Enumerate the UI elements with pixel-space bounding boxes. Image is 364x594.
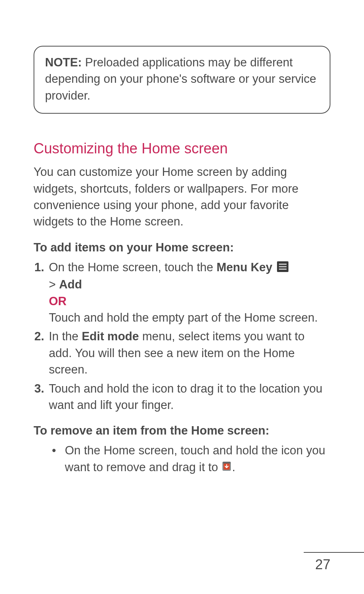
step-number: 1. [34,259,44,275]
note-callout: NOTE: Preloaded applications may be diff… [34,46,330,114]
step-1: 1. On the Home screen, touch the Menu Ke… [34,259,330,326]
step-3-text: Touch and hold the icon to drag it to th… [49,382,322,412]
step-2: 2. In the Edit mode menu, select items y… [34,328,330,378]
bullet-post: . [232,460,235,474]
menu-key-icon [277,260,288,276]
bullet-pre: On the Home screen, touch and hold the i… [65,444,325,473]
step-1-text-pre: On the Home screen, touch the [49,261,216,274]
remove-bullet-list: • On the Home screen, touch and hold the… [34,442,330,476]
steps-list: 1. On the Home screen, touch the Menu Ke… [34,259,330,414]
remove-bullet: • On the Home screen, touch and hold the… [52,442,330,476]
svg-rect-6 [223,462,230,464]
step-1-gt: > [49,278,59,291]
svg-rect-2 [279,266,287,267]
edit-mode-label: Edit mode [82,330,139,343]
section-heading: Customizing the Home screen [34,140,330,157]
intro-paragraph: You can customize your Home screen by ad… [34,164,330,230]
menu-key-label: Menu Key [216,261,272,274]
bullet-dot: • [52,442,56,459]
step-number: 3. [34,380,44,397]
page-footer-line [304,552,364,553]
svg-rect-1 [279,264,287,265]
add-label: Add [59,278,82,291]
page-number: 27 [315,557,330,573]
note-text: NOTE: Preloaded applications may be diff… [45,54,319,104]
remove-item-heading: To remove an item from the Home screen: [34,424,330,438]
svg-rect-3 [279,269,287,270]
step-2-pre: In the [49,330,82,343]
step-3: 3. Touch and hold the icon to drag it to… [34,380,330,414]
step-1-tail: Touch and hold the empty part of the Hom… [49,311,318,324]
note-body: Preloaded applications may be different … [45,56,316,102]
note-label: NOTE: [45,56,82,69]
or-separator: OR [49,295,67,308]
step-number: 2. [34,328,44,344]
add-items-heading: To add items on your Home screen: [34,241,330,254]
trash-icon [221,460,232,476]
